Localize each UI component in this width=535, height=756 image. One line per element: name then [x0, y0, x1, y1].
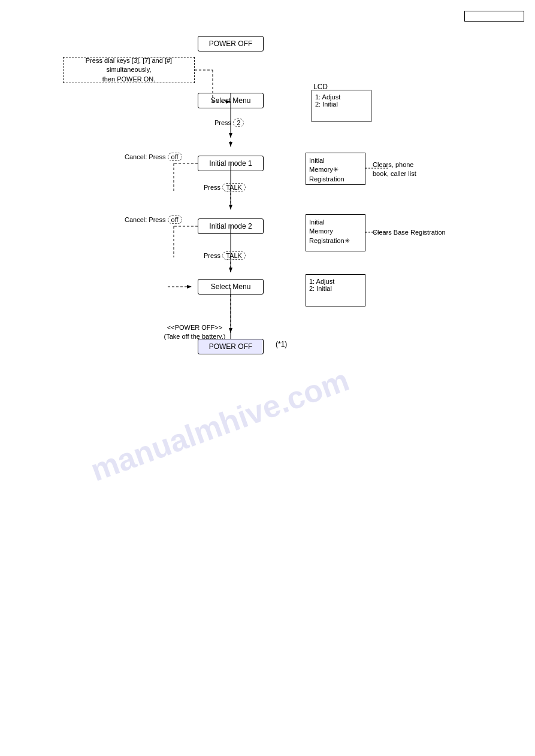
press-2-label: Press: [214, 119, 231, 126]
lcd1-line1: 1: Adjust: [315, 93, 368, 101]
initial-mode-1: Initial mode 1: [198, 156, 264, 171]
initial-memory-2-line2: Memory: [309, 227, 362, 236]
clears-phone-text: Clears, phonebook, caller list: [373, 161, 416, 177]
initial-memory-1-line2: Memory✳: [309, 165, 362, 174]
clears-base-text: Clears Base Registration: [373, 229, 446, 236]
select-menu-2: Select Menu: [198, 279, 264, 294]
cancel-off-1-label: Cancel: Press: [125, 153, 165, 160]
initial-mode-2: Initial mode 2: [198, 218, 264, 234]
press-talk-1-key: TALK: [222, 183, 246, 192]
lcd2-line2: 2: Initial: [309, 285, 362, 292]
select-menu-1: Select Menu: [198, 93, 264, 108]
power-off-top-label: POWER OFF: [209, 40, 253, 48]
lcd2-line1: 1: Adjust: [309, 278, 362, 285]
press-note-text: Press dial keys [3], [7] and [#] simulta…: [66, 56, 192, 84]
initial-mode-2-label: Initial mode 2: [209, 222, 252, 230]
press-talk-2-container: Press TALK: [204, 251, 246, 260]
top-right-box: [464, 11, 524, 22]
initial-memory-1-line1: Initial: [309, 156, 362, 165]
initial-memory-2-line3: Registration✳: [309, 236, 362, 245]
select-menu-1-label: Select Menu: [211, 96, 251, 105]
press-talk-2-label: Press: [204, 252, 220, 259]
initial-memory-1-box: Initial Memory✳ Registration: [306, 153, 365, 185]
press-talk-1-label: Press: [204, 184, 220, 191]
press-2-container: Press 2: [214, 119, 244, 127]
power-off-top: POWER OFF: [198, 36, 264, 51]
watermark: manualmhive.com: [86, 362, 353, 488]
cancel-off-2-key: off: [168, 215, 182, 224]
lcd-box-1: 1: Adjust 2: Initial: [312, 90, 371, 122]
press-talk-2-key: TALK: [222, 251, 246, 260]
initial-memory-2-box: Initial Memory Registration✳: [306, 214, 365, 251]
press-talk-1-container: Press TALK: [204, 183, 246, 192]
power-off-bottom: POWER OFF: [198, 339, 264, 354]
asterisk-note-text: (*1): [276, 340, 287, 348]
power-off-bottom-label: POWER OFF: [209, 342, 253, 351]
initial-memory-1-line3: Registration: [309, 175, 362, 184]
initial-memory-2-line1: Initial: [309, 218, 362, 227]
clears-phone-label: Clears, phonebook, caller list: [373, 160, 416, 179]
select-menu-2-label: Select Menu: [211, 283, 251, 291]
initial-mode-1-label: Initial mode 1: [209, 159, 252, 168]
clears-base-label: Clears Base Registration: [373, 229, 446, 236]
lcd-box-2: 1: Adjust 2: Initial: [306, 274, 365, 306]
lcd1-line2: 2: Initial: [315, 101, 368, 108]
cancel-off-1-key: off: [168, 153, 182, 161]
power-off-note-text: <<POWER OFF>>(Take off the battery.): [164, 324, 226, 340]
press-note-box: Press dial keys [3], [7] and [#] simulta…: [63, 57, 195, 83]
power-off-asterisk-note: (*1): [276, 340, 287, 348]
cancel-off-2: Cancel: Press off: [125, 215, 182, 224]
page-container: manualmhive.com: [0, 0, 535, 756]
press-2-key: 2: [233, 119, 244, 127]
cancel-off-2-label: Cancel: Press: [125, 216, 165, 223]
cancel-off-1: Cancel: Press off: [125, 153, 182, 161]
